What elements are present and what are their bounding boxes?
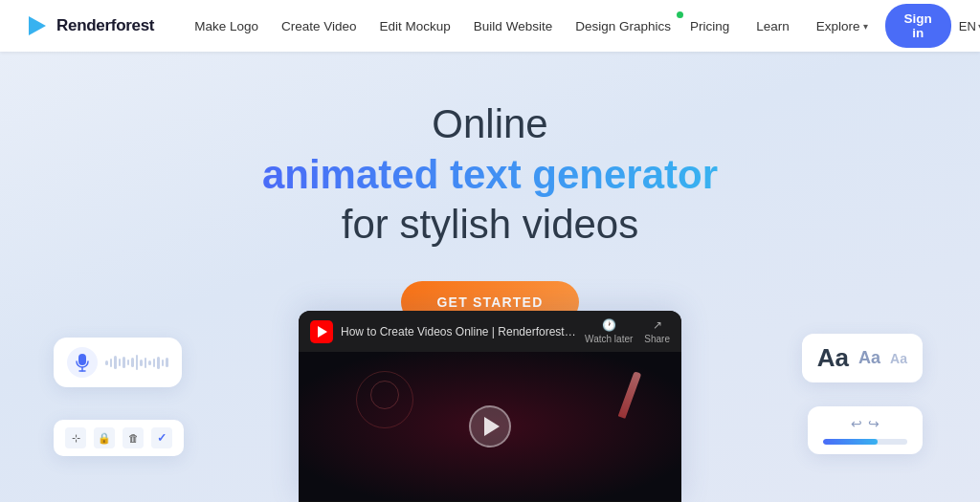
navbar: Renderforest Make Logo Create Video Edit… — [0, 0, 980, 52]
crop-icon[interactable]: ⊹ — [65, 427, 86, 448]
youtube-icon — [310, 320, 333, 343]
share-icon: ↗ — [653, 318, 662, 332]
lock-icon[interactable]: 🔒 — [94, 427, 115, 448]
progress-bar-container — [823, 439, 907, 445]
hero-line2: animated text generator — [262, 150, 718, 201]
mic-icon — [67, 347, 98, 378]
deco-circle-2 — [370, 381, 399, 409]
deco-shape — [618, 371, 642, 419]
delete-icon[interactable]: 🗑 — [122, 427, 144, 448]
svg-marker-0 — [29, 16, 46, 35]
explore-dropdown[interactable]: Explore ▾ — [807, 13, 878, 39]
brand-name: Renderforest — [56, 16, 154, 35]
video-header: How to Create Videos Online | Renderfore… — [299, 311, 681, 352]
nav-design-graphics[interactable]: Design Graphics — [566, 13, 680, 39]
font-small: Aa — [890, 351, 907, 366]
voice-wave-card — [54, 338, 182, 387]
undo-icon[interactable]: ↩ — [851, 416, 862, 431]
hero-line1: Online — [262, 99, 718, 150]
hero-line3: for stylish videos — [262, 200, 718, 251]
font-size-card: Aa Aa Aa — [802, 334, 923, 382]
svg-rect-1 — [78, 354, 86, 365]
toolbar-card: ⊹ 🔒 🗑 ✓ — [54, 420, 184, 456]
progress-bar-fill — [823, 439, 878, 445]
progress-card: ↩ ↪ — [808, 406, 923, 454]
check-icon[interactable]: ✓ — [151, 427, 172, 448]
logo[interactable]: Renderforest — [23, 12, 154, 39]
share-action[interactable]: ↗ Share — [644, 318, 670, 344]
arrow-controls: ↩ ↪ — [823, 416, 907, 431]
font-medium: Aa — [858, 348, 880, 368]
play-button[interactable] — [469, 405, 511, 447]
video-body — [299, 352, 681, 501]
nav-make-logo[interactable]: Make Logo — [185, 13, 268, 39]
nav-links: Make Logo Create Video Edit Mockup Build… — [185, 13, 680, 39]
hero-title: Online animated text generator for styli… — [262, 99, 718, 251]
clock-icon: 🕐 — [602, 318, 616, 332]
microphone-icon — [75, 353, 90, 372]
pricing-link[interactable]: Pricing — [680, 13, 739, 39]
watch-later-action[interactable]: 🕐 Watch later — [585, 318, 633, 344]
waveform — [105, 355, 168, 370]
signin-button[interactable]: Sign in — [885, 4, 951, 48]
video-preview[interactable]: How to Create Videos Online | Renderfore… — [299, 311, 681, 502]
redo-icon[interactable]: ↪ — [868, 416, 880, 431]
learn-link[interactable]: Learn — [746, 13, 799, 39]
nav-build-website[interactable]: Build Website — [464, 13, 562, 39]
video-actions: 🕐 Watch later ↗ Share — [585, 318, 670, 344]
nav-edit-mockup[interactable]: Edit Mockup — [370, 13, 460, 39]
nav-right: Pricing Learn Explore ▾ Sign in EN ▾ — [680, 4, 980, 48]
nav-create-video[interactable]: Create Video — [272, 13, 367, 39]
video-title: How to Create Videos Online | Renderfore… — [341, 325, 577, 338]
language-selector[interactable]: EN ▾ — [959, 19, 980, 33]
logo-icon — [23, 12, 50, 39]
font-large: Aa — [817, 343, 849, 373]
hero-section: Online animated text generator for styli… — [0, 52, 980, 502]
new-badge — [677, 11, 683, 18]
chevron-down-icon: ▾ — [863, 21, 868, 32]
